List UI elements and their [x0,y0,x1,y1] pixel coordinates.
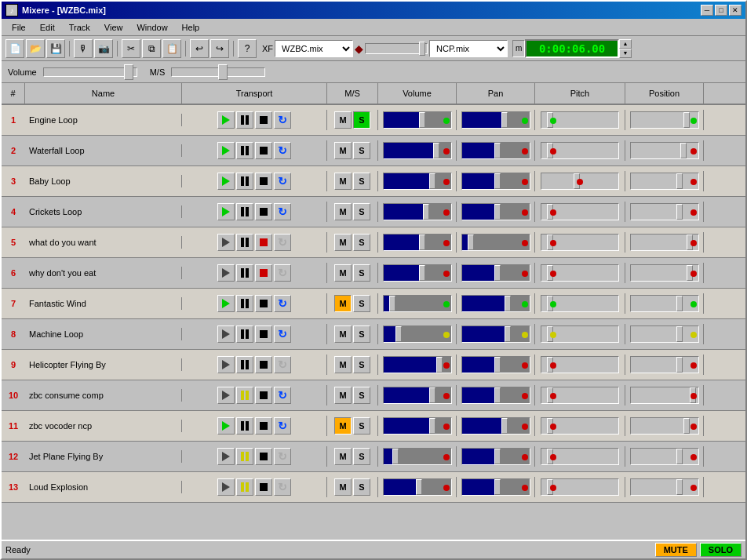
pitch-slider[interactable] [541,111,619,129]
solo-track-button[interactable]: S [353,325,370,343]
volume-slider[interactable] [383,448,452,465]
mute-track-button[interactable]: M [334,387,352,404]
play-button[interactable] [217,111,235,129]
new-button[interactable]: 📄 [5,39,24,58]
menu-help[interactable]: Help [176,21,206,34]
position-slider[interactable] [630,295,699,312]
solo-track-button[interactable]: S [353,234,370,251]
position-slider[interactable] [630,264,699,282]
menu-track[interactable]: Track [63,21,97,34]
loop-button[interactable]: ↻ [274,203,291,220]
solo-track-button[interactable]: S [353,295,370,312]
pan-slider[interactable] [461,448,530,465]
pitch-slider[interactable] [541,417,619,435]
stop-button[interactable] [255,264,272,282]
menu-file[interactable]: File [5,21,32,34]
menu-view[interactable]: View [98,21,129,34]
copy-button[interactable]: ⧉ [142,39,161,58]
stop-button[interactable] [255,478,272,496]
pause-button[interactable] [236,203,253,220]
pan-slider[interactable] [461,234,530,251]
stop-button[interactable] [255,234,272,251]
play-button[interactable] [217,325,235,343]
loop-button[interactable]: ↻ [274,142,291,159]
pitch-slider[interactable] [541,173,619,190]
pitch-slider[interactable] [541,142,619,159]
pause-button[interactable] [236,234,253,251]
pan-slider[interactable] [461,264,530,282]
timecode-up[interactable]: ▲ [619,39,632,49]
stop-button[interactable] [255,295,272,312]
pitch-slider[interactable] [541,325,619,343]
solo-track-button[interactable]: S [353,478,370,496]
pan-slider[interactable] [461,325,530,343]
wzbc-dropdown[interactable]: WZBC.mix [275,40,353,57]
play-button[interactable] [217,234,235,251]
play-button[interactable] [217,448,235,465]
master-slider[interactable] [365,43,428,54]
position-slider[interactable] [630,448,699,465]
pause-button[interactable] [236,448,253,465]
pause-button[interactable] [236,295,253,312]
stop-button[interactable] [255,417,272,435]
position-slider[interactable] [630,356,699,373]
mute-track-button[interactable]: M [334,478,352,496]
play-button[interactable] [217,264,235,282]
pitch-slider[interactable] [541,264,619,282]
record-button[interactable]: 🎙 [74,39,93,58]
solo-track-button[interactable]: S [353,264,370,282]
play-button[interactable] [217,203,235,220]
pan-slider[interactable] [461,203,530,220]
position-slider[interactable] [630,203,699,220]
stop-button[interactable] [255,111,272,129]
pitch-slider[interactable] [541,478,619,496]
loop-button[interactable]: ↻ [274,448,291,465]
stop-button[interactable] [255,203,272,220]
minimize-button[interactable]: ─ [701,5,713,16]
mute-track-button[interactable]: M [334,325,352,343]
ncp-dropdown[interactable]: NCP.mix [429,40,508,57]
pause-button[interactable] [236,387,253,404]
stop-button[interactable] [255,173,272,190]
ms-slider[interactable] [171,67,265,77]
stop-button[interactable] [255,448,272,465]
maximize-button[interactable]: □ [715,5,727,16]
pitch-slider[interactable] [541,448,619,465]
ms-thumb[interactable] [218,64,228,80]
loop-button[interactable]: ↻ [274,478,291,496]
mute-track-button[interactable]: M [334,264,352,282]
mute-track-button[interactable]: M [334,356,352,373]
mute-button[interactable]: MUTE [655,543,697,557]
redo-button[interactable]: ↪ [210,39,229,58]
position-slider[interactable] [630,234,699,251]
pause-button[interactable] [236,478,253,496]
timecode-down[interactable]: ▼ [619,49,632,58]
loop-button[interactable]: ↻ [274,111,291,129]
play-button[interactable] [217,417,235,435]
loop-button[interactable]: ↻ [274,356,291,373]
menu-window[interactable]: Window [130,21,173,34]
play-button[interactable] [217,356,235,373]
mute-track-button[interactable]: M [334,142,352,159]
pan-slider[interactable] [461,173,530,190]
paste-button[interactable]: 📋 [162,39,181,58]
master-volume-slider[interactable] [43,67,137,77]
pause-button[interactable] [236,417,253,435]
pitch-slider[interactable] [541,203,619,220]
mute-track-button[interactable]: M [334,234,352,251]
mute-track-button[interactable]: M [334,203,352,220]
volume-slider[interactable] [383,234,452,251]
play-button[interactable] [217,478,235,496]
solo-track-button[interactable]: S [353,111,370,129]
close-button[interactable]: ✕ [729,5,742,16]
volume-slider[interactable] [383,173,452,190]
volume-slider[interactable] [383,295,452,312]
stop-button[interactable] [255,325,272,343]
solo-track-button[interactable]: S [353,356,370,373]
loop-button[interactable]: ↻ [274,234,291,251]
pitch-slider[interactable] [541,234,619,251]
solo-track-button[interactable]: S [353,142,370,159]
loop-button[interactable]: ↻ [274,264,291,282]
volume-slider[interactable] [383,478,452,496]
pitch-slider[interactable] [541,295,619,312]
